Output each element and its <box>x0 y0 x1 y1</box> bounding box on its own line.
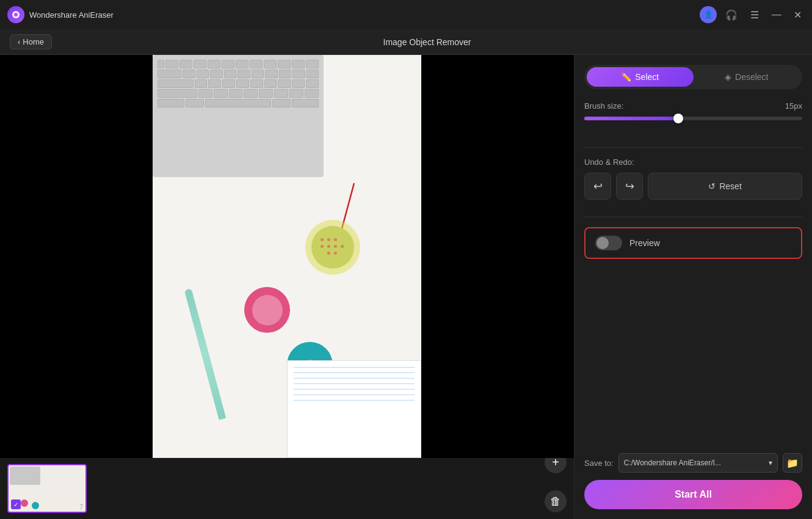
notebook-object <box>287 360 421 458</box>
thumb-keyboard <box>10 466 40 485</box>
save-folder-button[interactable]: 📁 <box>783 453 802 473</box>
headset-icon[interactable]: 🎧 <box>723 6 740 23</box>
titlebar: Wondershare AniEraser 👤 🎧 ☰ — ✕ <box>0 0 812 29</box>
user-avatar[interactable]: 👤 <box>700 6 717 23</box>
canvas-area: ⊙ <box>0 55 574 519</box>
home-label: Home <box>23 37 44 46</box>
brush-size-label: Brush size: <box>584 101 623 111</box>
dropdown-arrow-icon: ▾ <box>769 459 772 467</box>
reset-label: Reset <box>719 181 742 191</box>
app-logo <box>7 6 24 23</box>
svg-point-1 <box>14 13 18 16</box>
highlight-circle <box>305 220 360 275</box>
brush-slider-track[interactable] <box>584 117 802 120</box>
undo-button[interactable]: ↩ <box>584 173 611 200</box>
close-button[interactable]: ✕ <box>790 7 805 22</box>
save-section: Save to: C:/Wondershare AniEraser/I... ▾… <box>584 453 802 509</box>
target-object <box>311 226 354 269</box>
thumb-badge-pink <box>21 499 28 507</box>
brush-slider-fill <box>584 117 678 120</box>
circle-dots <box>321 238 346 256</box>
thumb-badge-teal <box>32 502 39 509</box>
thumbnail-number: 7 <box>79 504 83 510</box>
page-title: Image Object Remover <box>52 37 802 47</box>
preview-section: Preview <box>584 227 802 259</box>
menu-icon[interactable]: ☰ <box>746 6 763 23</box>
deselect-button[interactable]: ◈ Deselect <box>694 67 800 87</box>
pink-badge-object <box>244 287 290 333</box>
select-deselect-toggle: ✏️ Select ◈ Deselect <box>584 65 802 89</box>
start-all-label: Start All <box>675 489 712 500</box>
select-button[interactable]: ✏️ Select <box>587 67 694 87</box>
brush-slider-thumb[interactable] <box>673 114 683 123</box>
delete-image-button[interactable]: 🗑 <box>545 490 567 512</box>
keyboard-mockup <box>153 55 324 177</box>
brush-size-label-row: Brush size: 15px <box>584 101 802 111</box>
brush-size-section: Brush size: 15px <box>584 101 802 130</box>
divider-1 <box>584 147 802 148</box>
brush-size-value: 15px <box>785 101 802 111</box>
pen-object <box>184 288 227 420</box>
left-black <box>0 55 153 458</box>
deselect-label: Deselect <box>735 72 768 82</box>
right-black <box>421 55 574 458</box>
undo-redo-label: Undo & Redo: <box>584 158 634 167</box>
right-panel: ✏️ Select ◈ Deselect Brush size: 15px Un <box>574 55 812 519</box>
notebook-lines <box>288 361 421 407</box>
reset-icon: ↺ <box>708 181 716 191</box>
preview-label: Preview <box>629 238 660 248</box>
main-area: ⊙ <box>0 55 812 519</box>
undo-redo-label-row: Undo & Redo: <box>584 158 802 167</box>
divider-2 <box>584 217 802 217</box>
undo-redo-section: Undo & Redo: ↩ ↪ ↺ Reset <box>584 158 802 200</box>
badge-inner <box>252 295 283 325</box>
header: ‹ Home Image Object Remover <box>0 29 812 55</box>
save-row: Save to: C:/Wondershare AniEraser/I... ▾… <box>584 453 802 473</box>
home-button[interactable]: ‹ Home <box>10 34 52 49</box>
preview-toggle[interactable] <box>595 236 622 250</box>
save-to-label: Save to: <box>584 459 614 468</box>
titlebar-actions: 👤 🎧 ☰ — ✕ <box>700 6 805 23</box>
save-path-text: C:/Wondershare AniEraser/I... <box>624 459 721 467</box>
thumbnail-item[interactable]: ✓ 7 <box>7 464 87 513</box>
thumbnail-strip: ✓ 7 + 🗑 <box>0 458 574 519</box>
reset-button[interactable]: ↺ Reset <box>648 173 802 200</box>
eraser-icon: ◈ <box>725 72 731 82</box>
toggle-knob <box>596 237 609 249</box>
app-name: Wondershare AniEraser <box>29 10 700 20</box>
start-all-button[interactable]: Start All <box>584 480 802 509</box>
select-label: Select <box>635 72 659 82</box>
undo-redo-buttons: ↩ ↪ ↺ Reset <box>584 173 802 200</box>
save-path-dropdown[interactable]: C:/Wondershare AniEraser/I... ▾ <box>618 453 778 473</box>
brush-icon: ✏️ <box>621 72 631 82</box>
photo-background: ⊙ <box>153 55 421 458</box>
chevron-left-icon: ‹ <box>18 37 20 46</box>
redo-button[interactable]: ↪ <box>616 173 643 200</box>
canvas-viewport[interactable]: ⊙ <box>0 55 574 458</box>
thumbnail-check: ✓ <box>11 499 21 509</box>
folder-icon: 📁 <box>786 457 799 469</box>
strip-action-buttons: + 🗑 <box>545 451 567 519</box>
minimize-button[interactable]: — <box>769 7 784 22</box>
image-canvas[interactable]: ⊙ <box>153 55 421 458</box>
